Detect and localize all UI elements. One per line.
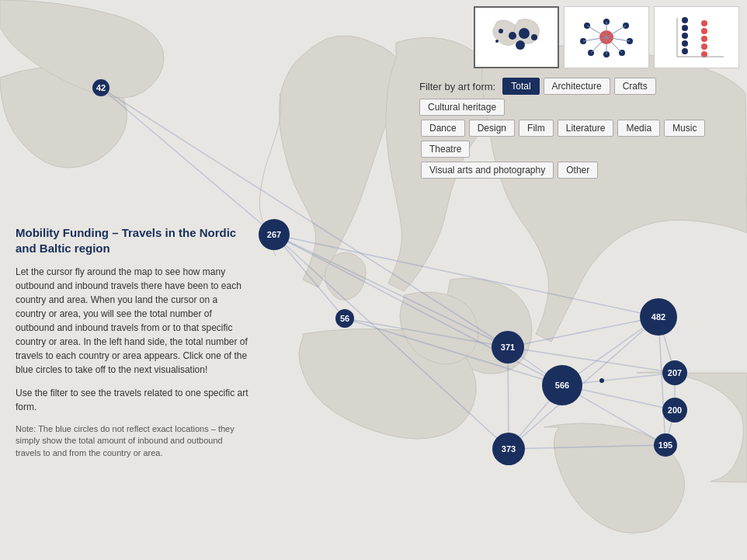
filter-btn-film[interactable]: Film: [519, 120, 554, 137]
filter-btn-design[interactable]: Design: [469, 120, 515, 137]
svg-point-76: [701, 43, 707, 50]
chart-thumb-1[interactable]: [474, 6, 559, 68]
filter-btn-literature[interactable]: Literature: [558, 120, 614, 137]
svg-point-69: [682, 25, 688, 31]
svg-point-71: [682, 40, 688, 47]
filter-btn-total[interactable]: Total: [502, 78, 539, 95]
panel-filter-description: Use the filter to see the travels relate…: [16, 386, 248, 414]
filter-btn-architecture[interactable]: Architecture: [544, 78, 610, 95]
left-panel: Mobility Funding – Travels in the Nordic…: [16, 225, 248, 468]
svg-point-49: [516, 40, 525, 50]
filter-btn-theatre[interactable]: Theatre: [421, 141, 470, 158]
chart-thumb-2[interactable]: [564, 6, 649, 68]
filter-panel: Filter by art form:TotalArchitectureCraf…: [419, 78, 730, 183]
svg-point-75: [701, 36, 707, 42]
svg-point-50: [495, 40, 499, 43]
panel-description: Let the cursor fly around the map to see…: [16, 265, 248, 377]
filter-btn-dance[interactable]: Dance: [421, 120, 465, 137]
filter-btn-crafts[interactable]: Crafts: [614, 78, 656, 95]
svg-point-74: [701, 28, 707, 34]
filter-buttons-row3: Visual arts and photographyOther: [419, 162, 730, 179]
svg-point-68: [682, 17, 688, 23]
filter-btn-media[interactable]: Media: [617, 120, 660, 137]
chart-thumbnails: [474, 6, 739, 68]
filter-buttons-row2: DanceDesignFilmLiteratureMediaMusicTheat…: [419, 120, 730, 158]
panel-title: Mobility Funding – Travels in the Nordic…: [16, 225, 248, 256]
filter-btn-other[interactable]: Other: [558, 162, 598, 179]
filter-btn-music[interactable]: Music: [664, 120, 705, 137]
filter-btn-cultural-heritage[interactable]: Cultural heritage: [419, 99, 505, 116]
filter-buttons-row1: Filter by art form:TotalArchitectureCraf…: [419, 78, 730, 116]
svg-point-70: [682, 33, 688, 39]
filter-label: Filter by art form:: [419, 81, 495, 92]
panel-note: Note: The blue circles do not reflect ex…: [16, 423, 248, 459]
chart-thumb-3[interactable]: [654, 6, 739, 68]
svg-point-46: [509, 32, 516, 40]
svg-point-72: [682, 48, 688, 54]
top-panel: [474, 6, 739, 75]
filter-btn-visual-arts-and-photography[interactable]: Visual arts and photography: [421, 162, 554, 179]
svg-point-48: [531, 34, 537, 40]
svg-point-45: [499, 29, 503, 33]
svg-point-73: [701, 20, 707, 26]
svg-point-47: [519, 28, 530, 39]
